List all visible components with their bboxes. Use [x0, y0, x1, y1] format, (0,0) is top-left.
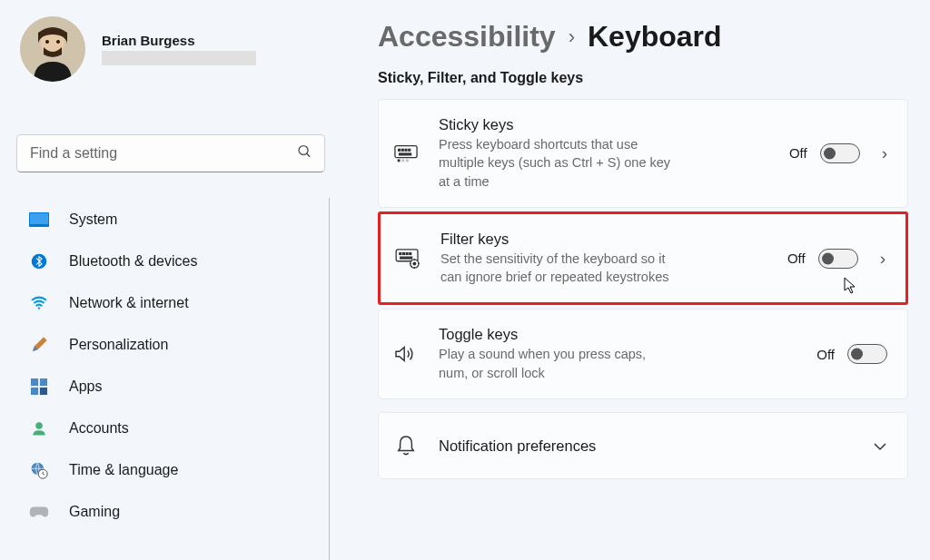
svg-rect-17	[395, 146, 417, 158]
svg-rect-23	[398, 159, 401, 162]
svg-rect-31	[401, 257, 412, 259]
nav-item-personalization[interactable]: Personalization	[16, 325, 329, 365]
svg-rect-21	[409, 149, 411, 151]
svg-rect-28	[403, 252, 405, 254]
nav-label: Personalization	[69, 337, 168, 353]
nav-item-time[interactable]: Time & language	[16, 450, 329, 490]
sidebar: Brian Burgess System Bluetooth & devices…	[0, 0, 345, 560]
apps-icon	[29, 377, 49, 397]
search-input[interactable]	[16, 134, 325, 172]
card-right: Off ›	[789, 143, 887, 163]
chevron-right-icon: ›	[569, 25, 575, 49]
chevron-right-icon[interactable]: ›	[880, 249, 885, 269]
main: Accessibility › Keyboard Sticky, Filter,…	[345, 0, 930, 560]
toggle-state-label: Off	[816, 347, 835, 362]
svg-rect-20	[405, 149, 407, 151]
breadcrumb: Accessibility › Keyboard	[378, 20, 908, 54]
svg-rect-18	[399, 149, 401, 151]
nav-item-bluetooth[interactable]: Bluetooth & devices	[16, 241, 329, 281]
svg-rect-25	[406, 159, 409, 162]
card-right: Off	[816, 344, 887, 364]
svg-rect-27	[400, 252, 401, 254]
nav-item-apps[interactable]: Apps	[16, 367, 329, 407]
svg-rect-10	[31, 378, 38, 386]
card-desc: Set the sensitivity of the keyboard so i…	[440, 250, 677, 287]
bluetooth-icon	[29, 251, 49, 271]
toggle-state-label: Off	[789, 145, 807, 161]
nav-item-system[interactable]: System	[16, 200, 329, 240]
section-title: Sticky, Filter, and Toggle keys	[378, 70, 908, 86]
toggle-keys-card[interactable]: Toggle keys Play a sound when you press …	[378, 309, 908, 399]
svg-point-9	[38, 307, 40, 309]
chevron-right-icon[interactable]: ›	[882, 143, 887, 163]
nav-label: Network & internet	[69, 295, 189, 311]
card-body: Sticky keys Press keyboard shortcuts tha…	[439, 116, 769, 191]
notification-preferences-card[interactable]: Notification preferences	[378, 412, 908, 479]
card-desc: Press keyboard shortcuts that use multip…	[439, 135, 675, 191]
gamepad-icon	[29, 502, 49, 522]
wifi-icon	[29, 293, 49, 313]
sticky-keys-card[interactable]: Sticky keys Press keyboard shortcuts tha…	[378, 99, 908, 208]
chevron-down-icon[interactable]	[873, 436, 887, 456]
svg-rect-19	[401, 149, 403, 151]
card-body: Toggle keys Play a sound when you press …	[439, 326, 796, 382]
card-right: Off ›	[787, 249, 885, 269]
card-title: Notification preferences	[439, 437, 853, 455]
svg-rect-22	[400, 153, 411, 155]
nav-label: Time & language	[69, 462, 178, 478]
profile-name: Brian Burgess	[102, 33, 256, 48]
svg-rect-24	[401, 159, 404, 162]
svg-rect-12	[31, 388, 38, 395]
breadcrumb-current: Keyboard	[588, 20, 722, 54]
search-icon	[297, 144, 312, 163]
card-desc: Play a sound when you press caps, num, o…	[439, 345, 675, 382]
profile-info: Brian Burgess	[102, 33, 256, 65]
profile[interactable]: Brian Burgess	[20, 16, 329, 82]
svg-point-4	[299, 146, 308, 155]
nav-item-accounts[interactable]: Accounts	[16, 408, 329, 448]
svg-point-33	[413, 262, 416, 265]
card-title: Filter keys	[440, 231, 767, 248]
card-title: Toggle keys	[439, 326, 796, 343]
keyboard-icon	[393, 141, 419, 166]
svg-point-14	[35, 422, 43, 429]
svg-rect-11	[40, 378, 47, 386]
toggle-state-label: Off	[787, 251, 806, 266]
nav: System Bluetooth & devices Network & int…	[16, 200, 329, 532]
svg-rect-13	[40, 388, 47, 395]
svg-point-2	[45, 40, 49, 44]
sound-icon	[393, 341, 419, 367]
nav-label: Apps	[69, 378, 102, 395]
globe-clock-icon	[29, 460, 49, 480]
svg-rect-29	[406, 252, 408, 254]
person-icon	[29, 418, 49, 438]
card-body: Filter keys Set the sensitivity of the k…	[440, 231, 767, 287]
filter-keys-card[interactable]: Filter keys Set the sensitivity of the k…	[378, 211, 908, 306]
profile-email-redacted	[102, 51, 256, 65]
nav-item-gaming[interactable]: Gaming	[16, 492, 329, 532]
svg-point-3	[56, 40, 60, 44]
card-title: Sticky keys	[439, 116, 769, 133]
nav-label: Bluetooth & devices	[69, 253, 197, 270]
nav-label: Accounts	[69, 420, 129, 437]
nav-label: Gaming	[69, 504, 120, 520]
brush-icon	[29, 335, 49, 355]
keyboard-gear-icon	[395, 246, 420, 271]
svg-rect-30	[410, 252, 411, 254]
bell-icon	[393, 433, 419, 458]
nav-label: System	[69, 211, 117, 228]
avatar	[20, 16, 85, 82]
filter-keys-toggle[interactable]	[818, 249, 858, 269]
search-box	[16, 134, 325, 172]
monitor-icon	[29, 210, 49, 230]
scrollbar-line	[329, 198, 330, 560]
breadcrumb-parent[interactable]: Accessibility	[378, 20, 556, 54]
sticky-keys-toggle[interactable]	[820, 143, 860, 163]
svg-rect-7	[30, 213, 48, 224]
toggle-keys-toggle[interactable]	[847, 344, 887, 364]
cursor-icon	[844, 277, 858, 295]
nav-item-network[interactable]: Network & internet	[16, 283, 329, 323]
svg-line-5	[307, 153, 311, 157]
